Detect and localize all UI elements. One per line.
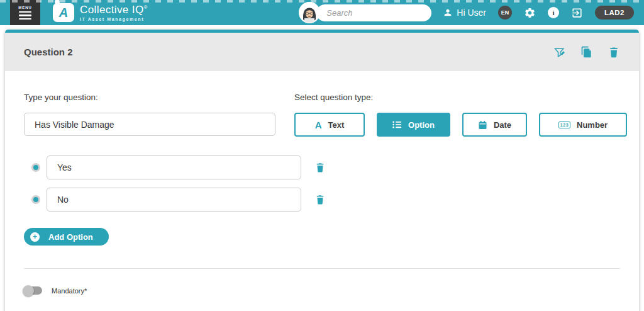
option-radio[interactable] (31, 163, 40, 172)
search-input[interactable] (326, 8, 438, 18)
app-header: MENU A Collective IQ® IT Asset Managemen… (0, 0, 644, 25)
user-menu[interactable]: Hi User (443, 8, 486, 18)
question-title: Question 2 (24, 47, 73, 57)
option-row (24, 156, 620, 179)
calendar-type-icon (478, 120, 487, 130)
option-value-input[interactable] (47, 188, 301, 212)
mandatory-section: Mandatory* (5, 269, 639, 311)
language-badge[interactable]: EN (498, 6, 512, 20)
card-titlebar: Question 2 (5, 33, 639, 71)
type-button-option[interactable]: Option (377, 113, 450, 137)
menu-button[interactable]: MENU (10, 0, 40, 25)
option-radio[interactable] (31, 195, 40, 204)
type-button-text[interactable]: A Text (294, 113, 365, 137)
logout-icon (571, 7, 583, 19)
gear-icon (524, 7, 536, 19)
logo-icon: A (53, 3, 74, 22)
environment-badge[interactable]: LAD2 (595, 6, 634, 20)
type-button-date[interactable]: Date (462, 113, 527, 137)
greeting-text: Hi User (457, 8, 486, 18)
question-type-label: Select question type: (294, 93, 627, 102)
delete-option-icon[interactable] (314, 162, 326, 173)
logout-button[interactable] (571, 7, 583, 19)
app-logo: A Collective IQ® IT Asset Management (53, 3, 148, 22)
question-card: Question 2 Type your question: Sele (5, 30, 639, 311)
filter-edit-icon[interactable] (553, 46, 566, 59)
card-body: Type your question: Select question type… (5, 71, 639, 269)
delete-question-icon[interactable] (608, 46, 620, 59)
question-input-label: Type your question: (24, 93, 275, 102)
text-type-icon: A (315, 120, 322, 130)
answer-options: + Add Option (24, 156, 620, 246)
info-icon: i (552, 9, 554, 16)
add-option-button[interactable]: + Add Option (24, 228, 109, 246)
delete-option-icon[interactable] (314, 194, 326, 205)
list-type-icon (392, 120, 402, 129)
plus-icon: + (30, 232, 40, 242)
person-icon (443, 8, 453, 18)
search-bar (316, 4, 431, 21)
question-text-input[interactable] (24, 113, 275, 136)
mandatory-toggle[interactable] (24, 286, 42, 295)
option-value-input[interactable] (47, 156, 301, 179)
mandatory-label: Mandatory* (52, 287, 87, 295)
info-button[interactable]: i (548, 7, 559, 18)
settings-button[interactable] (524, 7, 536, 19)
duplicate-icon[interactable] (580, 46, 593, 59)
number-type-icon: 123 (558, 122, 570, 128)
menu-label: MENU (18, 6, 32, 9)
brand-title: Collective IQ® (80, 4, 148, 15)
brand-subtitle: IT Asset Management (80, 17, 148, 21)
question-type-selector: A Text Option (294, 113, 627, 137)
type-button-number[interactable]: 123 Number (539, 113, 627, 137)
hamburger-icon (19, 11, 31, 20)
option-row (24, 188, 620, 212)
